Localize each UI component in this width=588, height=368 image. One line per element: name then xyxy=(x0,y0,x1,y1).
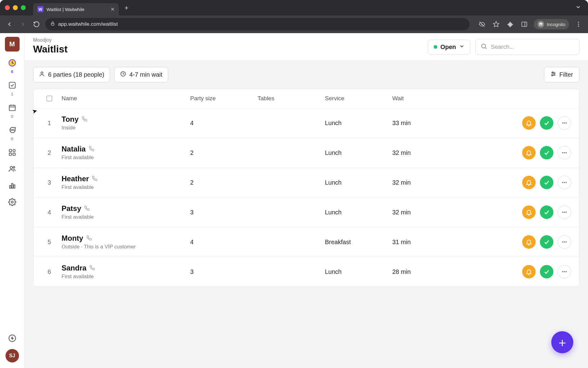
row-sub: First available xyxy=(62,184,190,190)
row-number: 6 xyxy=(37,268,62,275)
col-party[interactable]: Party size xyxy=(190,95,258,102)
svg-point-17 xyxy=(13,130,14,130)
nav-forward-button[interactable] xyxy=(18,20,28,29)
filter-label: Filter xyxy=(560,71,573,78)
panel-icon[interactable] xyxy=(520,20,529,29)
sidebar-item-messages[interactable]: 0 xyxy=(8,126,16,141)
seat-button[interactable] xyxy=(540,265,553,278)
seat-button[interactable] xyxy=(540,116,553,130)
sidebar-item-stats[interactable] xyxy=(8,182,16,191)
row-wait: 33 min xyxy=(392,120,472,127)
table-row[interactable]: 4Patsy First available3Lunch32 min xyxy=(33,197,579,227)
row-sub: First available xyxy=(62,155,190,161)
svg-point-52 xyxy=(562,241,564,243)
seat-button[interactable] xyxy=(540,205,553,219)
more-button[interactable] xyxy=(558,265,571,278)
parties-chip[interactable]: 6 parties (18 people) xyxy=(33,67,110,82)
browser-tab[interactable]: W Waitlist | Waitwhile ✕ xyxy=(33,3,119,15)
incognito-chip[interactable]: Incognito xyxy=(534,19,569,29)
window-zoom-icon[interactable] xyxy=(21,5,26,10)
table-row[interactable]: 1Tony Inside4Lunch33 min xyxy=(33,108,579,138)
row-number: 3 xyxy=(37,179,62,186)
col-wait[interactable]: Wait xyxy=(392,95,472,102)
row-wait: 32 min xyxy=(392,179,472,186)
svg-point-49 xyxy=(562,212,564,213)
eye-off-icon[interactable] xyxy=(477,20,487,29)
tabs-overflow-icon[interactable] xyxy=(575,4,581,11)
sidebar-badge: 0 xyxy=(11,136,13,141)
notify-button[interactable] xyxy=(522,146,536,159)
table-row[interactable]: 6Sandra First available3Lunch28 min xyxy=(33,257,579,286)
extensions-icon[interactable] xyxy=(506,20,515,29)
filter-button[interactable]: Filter xyxy=(544,67,579,82)
more-button[interactable] xyxy=(558,205,571,219)
svg-point-30 xyxy=(482,44,486,48)
select-all-checkbox[interactable] xyxy=(47,96,52,101)
new-tab-button[interactable]: ＋ xyxy=(123,3,130,12)
wait-chip[interactable]: 4-7 min wait xyxy=(114,67,168,82)
status-select[interactable]: Open xyxy=(428,40,470,55)
more-button[interactable] xyxy=(558,116,571,130)
table-row[interactable]: 2Natalia First available2Lunch32 min xyxy=(33,138,579,168)
sidebar-item-people[interactable] xyxy=(8,165,16,174)
sidebar-item-done[interactable]: 1 xyxy=(8,81,16,96)
seat-button[interactable] xyxy=(540,146,553,159)
wait-label: 4-7 min wait xyxy=(129,71,162,78)
col-tables[interactable]: Tables xyxy=(258,95,325,102)
search-input[interactable] xyxy=(491,44,574,50)
row-service: Lunch xyxy=(325,179,392,186)
more-button[interactable] xyxy=(558,176,571,189)
row-party: 3 xyxy=(190,209,258,216)
window-minimize-icon[interactable] xyxy=(13,5,18,10)
workspace-logo[interactable]: M xyxy=(5,37,20,52)
notify-button[interactable] xyxy=(522,176,536,189)
svg-point-39 xyxy=(552,75,552,76)
nav-back-button[interactable] xyxy=(5,20,14,29)
sidebar-item-waitlist[interactable]: 6 xyxy=(8,59,16,74)
more-button[interactable] xyxy=(558,235,571,249)
row-name: Natalia xyxy=(62,145,190,153)
window-controls[interactable] xyxy=(5,5,26,10)
svg-point-53 xyxy=(564,241,565,243)
sidebar-item-calendar[interactable]: 0 xyxy=(8,104,16,119)
sidebar-item-zap[interactable] xyxy=(8,334,16,343)
nav-reload-button[interactable] xyxy=(32,20,41,29)
chat-icon xyxy=(8,126,16,135)
tab-close-icon[interactable]: ✕ xyxy=(111,6,115,12)
col-name[interactable]: Name xyxy=(62,95,190,102)
search-icon xyxy=(481,43,487,51)
page-title: Waitlist xyxy=(33,44,68,55)
row-name: Monty xyxy=(62,234,190,243)
breadcrumb[interactable]: Moodjoy xyxy=(33,37,68,43)
table-row[interactable]: 5Monty Outside · This is a VIP customer4… xyxy=(33,227,579,257)
row-name: Patsy xyxy=(62,204,190,213)
phone-icon xyxy=(92,174,97,183)
svg-point-22 xyxy=(10,167,12,169)
row-service: Breakfast xyxy=(325,239,392,246)
url-box[interactable]: app.waitwhile.com/waitlist xyxy=(45,18,469,30)
svg-rect-18 xyxy=(9,149,12,152)
status-label: Open xyxy=(440,44,456,51)
notify-button[interactable] xyxy=(522,265,536,278)
notify-button[interactable] xyxy=(522,205,536,219)
table-row[interactable]: 3Heather First available2Lunch32 min xyxy=(33,168,579,197)
search-box[interactable] xyxy=(475,39,579,55)
user-avatar[interactable]: SJ xyxy=(6,349,19,362)
notify-button[interactable] xyxy=(522,116,536,130)
add-party-fab[interactable]: ＋ xyxy=(551,331,573,353)
clock-icon xyxy=(120,71,126,79)
col-service[interactable]: Service xyxy=(325,95,392,102)
notify-button[interactable] xyxy=(522,235,536,249)
sidebar-item-settings[interactable] xyxy=(8,198,16,207)
seat-button[interactable] xyxy=(540,235,553,249)
plus-icon: ＋ xyxy=(556,334,568,351)
star-icon[interactable] xyxy=(492,20,501,29)
kebab-menu-icon[interactable] xyxy=(574,20,583,29)
sidebar-item-apps[interactable] xyxy=(8,148,16,158)
row-sub: Inside xyxy=(62,125,190,131)
more-button[interactable] xyxy=(558,146,571,159)
seat-button[interactable] xyxy=(540,176,553,189)
chrome-tabbar: W Waitlist | Waitwhile ✕ ＋ xyxy=(0,0,588,15)
person-icon xyxy=(39,71,45,79)
window-close-icon[interactable] xyxy=(5,5,10,10)
